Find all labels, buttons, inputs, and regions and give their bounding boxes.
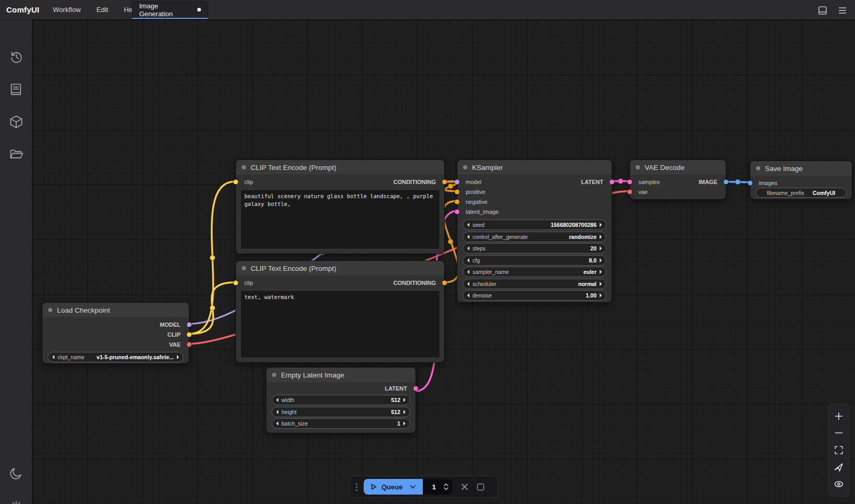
port-vae-output[interactable] <box>187 342 192 347</box>
node-title-bar[interactable]: CLIP Text Encode (Prompt) <box>236 160 444 175</box>
increment-chevron-icon[interactable] <box>444 483 448 486</box>
menu-workflow[interactable]: Workflow <box>52 4 82 16</box>
decrement-chevron-icon[interactable] <box>444 487 448 490</box>
port-row: clip CONDITIONING <box>236 278 444 288</box>
node-vae-decode[interactable]: VAE Decode samples IMAGE vae <box>629 159 726 200</box>
clear-queue-icon[interactable] <box>460 483 469 491</box>
collapse-dot-icon[interactable] <box>272 373 276 377</box>
node-ksampler[interactable]: KSampler model LATENT positive negative … <box>457 159 612 303</box>
decrement-arrow-icon[interactable] <box>276 421 278 426</box>
decrement-arrow-icon[interactable] <box>467 270 469 274</box>
collapse-dot-icon[interactable] <box>48 308 52 312</box>
widget-sampler-name[interactable]: sampler_name euler <box>463 267 606 277</box>
increment-arrow-icon[interactable] <box>600 270 602 274</box>
widget-denoise[interactable]: denoise 1.00 <box>463 290 606 301</box>
increment-arrow-icon[interactable] <box>403 421 406 426</box>
model-library-icon[interactable] <box>9 114 24 129</box>
node-empty-latent-image[interactable]: Empty Latent Image LATENT width 512 heig… <box>266 367 416 433</box>
increment-arrow-icon[interactable] <box>600 258 602 262</box>
widget-batch-size[interactable]: batch_size 1 <box>272 418 410 429</box>
settings-gear-icon[interactable] <box>9 499 24 504</box>
node-title-bar[interactable]: Empty Latent Image <box>266 368 415 382</box>
port-model-input[interactable] <box>455 179 459 184</box>
stop-icon[interactable] <box>477 484 484 490</box>
widget-control-after-generate[interactable]: control_after_generate randomize <box>463 232 606 242</box>
increment-arrow-icon[interactable] <box>177 355 179 359</box>
widget-seed[interactable]: seed 156680208700286 <box>463 220 606 230</box>
workflows-folder-icon[interactable] <box>9 147 24 162</box>
node-title-bar[interactable]: CLIP Text Encode (Prompt) <box>236 261 444 276</box>
toggle-link-visibility-eye-icon[interactable] <box>834 479 844 489</box>
batch-count-spinner[interactable]: 1 <box>423 479 452 495</box>
menu-edit[interactable]: Edit <box>95 4 109 16</box>
decrement-arrow-icon[interactable] <box>467 293 469 297</box>
collapse-dot-icon[interactable] <box>242 266 246 270</box>
node-title-bar[interactable]: KSampler <box>457 160 612 175</box>
zoom-in-icon[interactable] <box>834 411 844 421</box>
increment-arrow-icon[interactable] <box>600 235 602 239</box>
decrement-arrow-icon[interactable] <box>467 223 469 227</box>
increment-arrow-icon[interactable] <box>600 293 602 297</box>
theme-toggle-moon-icon[interactable] <box>9 466 24 480</box>
queue-button[interactable]: Queue <box>364 479 423 495</box>
node-title-bar[interactable]: VAE Decode <box>630 160 726 175</box>
widget-steps[interactable]: steps 20 <box>463 243 606 254</box>
increment-arrow-icon[interactable] <box>600 246 602 250</box>
collapse-dot-icon[interactable] <box>756 166 760 170</box>
node-library-icon[interactable] <box>9 82 24 97</box>
decrement-arrow-icon[interactable] <box>467 282 469 286</box>
zoom-out-icon[interactable] <box>834 428 844 438</box>
node-load-checkpoint[interactable]: Load Checkpoint MODEL CLIP VAE ckpt_name… <box>42 302 189 364</box>
increment-arrow-icon[interactable] <box>600 223 602 227</box>
queue-options-chevron-icon[interactable] <box>410 484 416 490</box>
decrement-arrow-icon[interactable] <box>467 246 469 250</box>
tab-image-generation[interactable]: Image Generation <box>132 1 208 19</box>
node-clip-text-encode-negative[interactable]: CLIP Text Encode (Prompt) clip CONDITION… <box>235 260 445 363</box>
port-samples-input[interactable] <box>627 179 632 184</box>
decrement-arrow-icon[interactable] <box>467 258 469 262</box>
port-clip-input[interactable] <box>233 179 238 184</box>
widget-width[interactable]: width 512 <box>272 395 410 405</box>
history-icon[interactable] <box>9 50 24 64</box>
increment-arrow-icon[interactable] <box>403 398 406 402</box>
increment-arrow-icon[interactable] <box>403 410 406 414</box>
collapse-dot-icon[interactable] <box>242 165 246 169</box>
port-latent-image-input[interactable] <box>455 209 459 214</box>
port-clip-input[interactable] <box>233 280 238 285</box>
increment-arrow-icon[interactable] <box>600 282 602 286</box>
widget-filename-prefix[interactable]: filename_prefix ComfyUI <box>756 188 847 198</box>
decrement-arrow-icon[interactable] <box>276 398 278 402</box>
prompt-textarea[interactable]: beautiful scenery nature glass bottle la… <box>240 189 440 249</box>
port-negative-input[interactable] <box>455 199 459 204</box>
port-vae-input[interactable] <box>627 189 632 194</box>
bottom-panel-toggle-icon[interactable] <box>817 5 828 16</box>
port-conditioning-output[interactable] <box>442 179 447 184</box>
pan-mode-icon[interactable] <box>834 462 844 473</box>
widget-ckpt-name[interactable]: ckpt_name v1-5-pruned-emaonly.safete... <box>48 352 184 362</box>
node-save-image[interactable]: Save Image images filename_prefix ComfyU… <box>750 161 852 200</box>
unsaved-indicator-dot[interactable] <box>197 8 201 12</box>
port-model-output[interactable] <box>187 322 192 327</box>
hamburger-menu-icon[interactable] <box>837 5 848 16</box>
port-latent-output[interactable] <box>413 386 418 391</box>
port-images-input[interactable] <box>748 180 752 185</box>
widget-cfg[interactable]: cfg 8.0 <box>463 255 606 266</box>
collapse-dot-icon[interactable] <box>636 165 640 169</box>
port-image-output[interactable] <box>724 179 728 184</box>
node-title-bar[interactable]: Save Image <box>750 161 852 176</box>
port-clip-output[interactable] <box>187 332 192 337</box>
node-title-bar[interactable]: Load Checkpoint <box>42 303 189 317</box>
decrement-arrow-icon[interactable] <box>52 355 54 359</box>
widget-scheduler[interactable]: scheduler normal <box>463 279 606 289</box>
node-clip-text-encode-positive[interactable]: CLIP Text Encode (Prompt) clip CONDITION… <box>235 159 445 254</box>
prompt-textarea[interactable]: text, watermark <box>240 290 440 358</box>
collapse-dot-icon[interactable] <box>463 165 467 169</box>
port-conditioning-output[interactable] <box>442 280 447 285</box>
drag-handle-icon[interactable] <box>356 483 357 491</box>
port-latent-output[interactable] <box>610 179 614 184</box>
widget-height[interactable]: height 512 <box>272 407 410 417</box>
decrement-arrow-icon[interactable] <box>467 235 469 239</box>
fit-view-icon[interactable] <box>834 445 844 455</box>
port-positive-input[interactable] <box>455 189 459 194</box>
decrement-arrow-icon[interactable] <box>276 410 278 414</box>
